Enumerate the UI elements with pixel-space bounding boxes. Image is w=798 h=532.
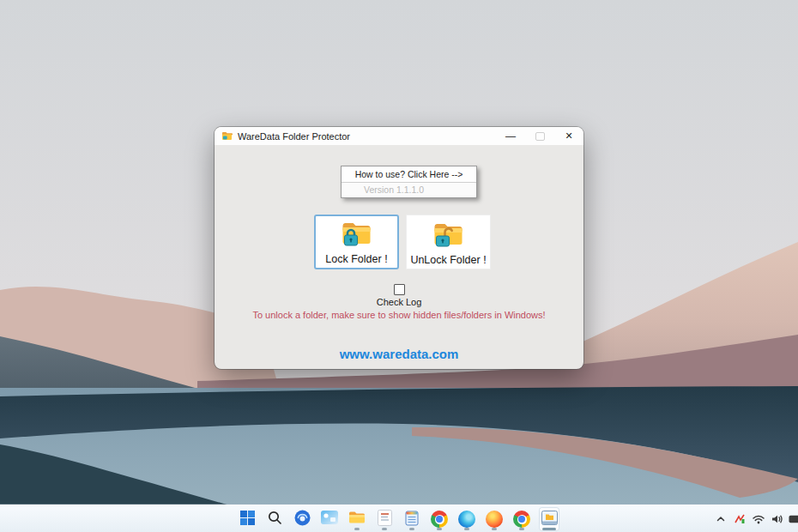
running-indicator: [519, 528, 524, 530]
howto-group: How to use? Click Here --> Version 1.1.1…: [341, 166, 477, 198]
check-log-label: Check Log: [377, 297, 422, 307]
taskbar-file-explorer[interactable]: [347, 507, 367, 531]
taskbar-chrome[interactable]: [429, 507, 450, 531]
website-link[interactable]: www.waredata.com: [215, 347, 583, 361]
task-view-icon: [294, 510, 311, 529]
taskbar: [0, 505, 798, 532]
taskbar-search[interactable]: [264, 507, 285, 531]
network-meter-icon[interactable]: [732, 511, 747, 527]
maximize-icon: [535, 132, 545, 141]
chrome-icon: [513, 511, 530, 528]
close-button[interactable]: ✕: [554, 127, 583, 145]
system-tray: [713, 506, 798, 532]
running-indicator: [464, 528, 469, 530]
firefox-icon: [486, 511, 503, 528]
taskbar-chrome-2[interactable]: [511, 507, 532, 531]
unlock-warning-text: To unlock a folder, make sure to show hi…: [215, 310, 583, 320]
running-indicator: [492, 528, 497, 530]
unlocked-folder-icon: [433, 221, 464, 252]
app-folder-icon: [221, 131, 233, 141]
lock-folder-label: Lock Folder !: [325, 253, 387, 265]
minimize-button[interactable]: —: [496, 127, 525, 145]
wifi-icon[interactable]: [751, 511, 765, 527]
taskbar-firefox[interactable]: [484, 507, 505, 531]
battery-icon[interactable]: [789, 511, 798, 527]
chrome-icon: [431, 511, 448, 528]
volume-icon[interactable]: [770, 511, 784, 527]
running-indicator: [409, 528, 414, 530]
windows-start-icon: [240, 511, 255, 529]
check-log-control: Check Log: [215, 284, 583, 307]
window-title: WareData Folder Protector: [238, 131, 496, 142]
file-explorer-icon: [348, 511, 366, 528]
taskbar-notepad[interactable]: [402, 507, 422, 531]
media-app-icon: [378, 510, 392, 529]
how-to-use-button[interactable]: How to use? Click Here -->: [342, 166, 476, 183]
running-indicator: [382, 528, 387, 530]
maximize-button[interactable]: [525, 127, 554, 145]
lock-folder-button[interactable]: Lock Folder !: [314, 215, 399, 269]
taskbar-media-app[interactable]: [374, 507, 395, 531]
active-indicator: [542, 528, 556, 530]
taskbar-task-view[interactable]: [292, 507, 312, 531]
taskbar-icons: [237, 506, 559, 532]
locked-folder-icon: [342, 220, 372, 251]
waredata-app-icon: [541, 511, 558, 529]
notepad-icon: [405, 510, 419, 529]
check-log-checkbox[interactable]: [394, 284, 405, 295]
widgets-icon: [321, 511, 338, 528]
titlebar[interactable]: WareData Folder Protector — ✕: [215, 127, 583, 145]
running-indicator: [437, 528, 442, 530]
taskbar-waredata-app[interactable]: [539, 507, 559, 531]
unlock-folder-label: UnLock Folder !: [410, 254, 486, 266]
unlock-folder-button[interactable]: UnLock Folder !: [406, 215, 491, 269]
app-window: WareData Folder Protector — ✕ How to use…: [215, 127, 583, 369]
taskbar-widgets[interactable]: [319, 507, 340, 531]
taskbar-edge[interactable]: [456, 507, 477, 531]
running-indicator: [354, 528, 360, 530]
start-button[interactable]: [237, 507, 257, 531]
edge-icon: [458, 511, 475, 528]
hidden-icons-chevron-icon[interactable]: [713, 511, 728, 527]
search-icon: [267, 510, 282, 529]
version-label: Version 1.1.1.0: [342, 183, 476, 197]
